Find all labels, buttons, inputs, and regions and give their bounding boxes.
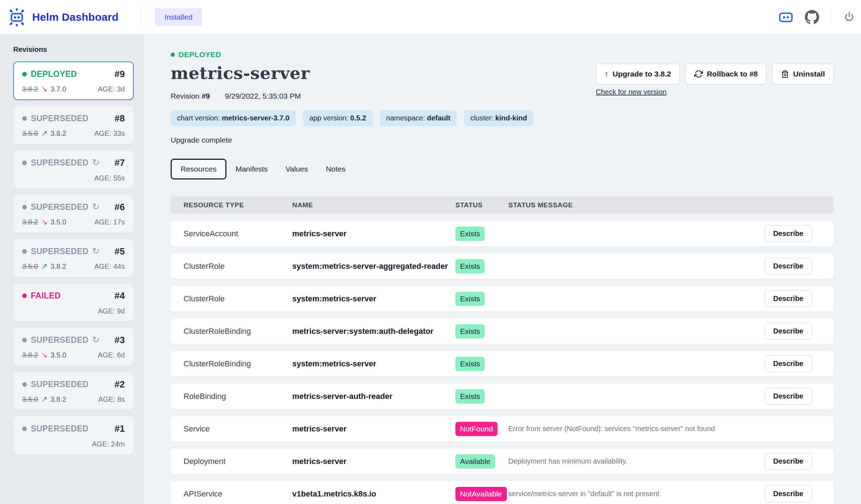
downgrade-arrow-icon: ↘ — [41, 84, 47, 94]
new-version: 3.8.2 — [50, 395, 66, 404]
tab-resources[interactable]: Resources — [171, 159, 226, 179]
revision-number: #1 — [114, 423, 125, 434]
resource-type-cell: APIService — [184, 489, 292, 499]
status-dot-icon — [22, 249, 27, 254]
github-icon[interactable] — [805, 10, 819, 24]
upgrade-button[interactable]: ↑ Upgrade to 3.8.2 — [596, 64, 680, 84]
tab-installed[interactable]: Installed — [155, 8, 202, 26]
check-new-version-link[interactable]: Check for new version — [596, 88, 667, 96]
rollback-button[interactable]: Rollback to #8 — [686, 64, 766, 84]
describe-button[interactable]: Describe — [765, 258, 812, 275]
describe-button[interactable]: Describe — [765, 388, 812, 405]
revision-age: AGE: 24m — [92, 440, 125, 448]
status-dot-icon — [22, 426, 27, 431]
revision-status: FAILED — [22, 291, 61, 301]
status-dot-icon — [22, 205, 27, 209]
status-badge: Exists — [455, 357, 485, 371]
version-change: 3.8.2↘3.5.0 — [22, 350, 66, 360]
table-row: APIServicev1beta1.metrics.k8s.ioNotAvail… — [171, 481, 833, 504]
release-badge: namespace:default — [380, 110, 457, 126]
old-version: 3.5.0 — [22, 129, 38, 138]
new-version: 3.7.0 — [50, 85, 66, 93]
describe-button[interactable]: Describe — [765, 225, 812, 242]
version-change: 3.5.0↗3.8.2 — [22, 129, 66, 138]
status-cell: Available — [455, 454, 508, 469]
tab-values[interactable]: Values — [277, 160, 317, 178]
tab-notes[interactable]: Notes — [317, 160, 354, 178]
trash-icon — [781, 70, 789, 78]
revision-status: SUPERSEDED↻ — [22, 158, 100, 168]
revision-card[interactable]: DEPLOYED#93.8.2↘3.7.0AGE: 3d — [13, 61, 134, 100]
robot-icon[interactable] — [779, 11, 793, 23]
status-dot-icon — [22, 116, 27, 121]
uninstall-button[interactable]: Uninstall — [772, 64, 833, 84]
status-cell: Exists — [455, 324, 508, 339]
status-dot-icon — [22, 338, 27, 342]
table-row: ServiceAccountmetrics-serverExistsDescri… — [171, 221, 833, 246]
new-version: 3.5.0 — [50, 351, 66, 359]
describe-button[interactable]: Describe — [765, 323, 812, 340]
revision-age: AGE: 3d — [98, 85, 125, 93]
revision-number: #3 — [114, 335, 125, 346]
revision-card-bottom: AGE: 55s — [22, 174, 125, 182]
resource-name-cell: v1beta1.metrics.k8s.io — [292, 489, 455, 499]
tabs: ResourcesManifestsValuesNotes — [171, 159, 833, 179]
revision-status: SUPERSEDED↻ — [22, 247, 100, 256]
badge-value: metrics-server-3.7.0 — [222, 114, 289, 122]
column-header-name: NAME — [292, 201, 455, 209]
downgrade-arrow-icon: ↘ — [41, 217, 47, 227]
reconfigure-icon: ↻ — [92, 202, 99, 212]
revision-card[interactable]: SUPERSEDED#83.5.0↗3.8.2AGE: 33s — [13, 106, 134, 144]
status-dot-icon — [22, 160, 27, 165]
status-dot-icon — [22, 382, 27, 387]
version-change: 3.5.0↗3.8.2 — [22, 395, 66, 404]
revision-card[interactable]: SUPERSEDED↻#7AGE: 55s — [13, 150, 134, 189]
revision-card-bottom: 3.5.0↗3.8.2AGE: 44s — [22, 262, 125, 271]
revision-status-label: FAILED — [31, 291, 61, 301]
revision-card[interactable]: SUPERSEDED↻#33.8.2↘3.5.0AGE: 6d — [13, 327, 134, 366]
version-change: 3.8.2↘3.7.0 — [22, 84, 66, 94]
revision-number: #4 — [114, 290, 125, 301]
up-arrow-icon: ↑ — [605, 69, 609, 79]
row-actions-cell: Describe — [765, 485, 812, 502]
describe-button[interactable]: Describe — [765, 355, 812, 372]
revision-status: SUPERSEDED↻ — [22, 335, 100, 345]
revision-age: AGE: 9d — [98, 307, 125, 315]
table-header: RESOURCE TYPENAMESTATUSSTATUS MESSAGE — [171, 197, 833, 213]
revision-card[interactable]: SUPERSEDED#23.5.0↗3.8.2AGE: 8s — [13, 372, 134, 410]
revision-card[interactable]: FAILED#4AGE: 9d — [13, 283, 134, 322]
resource-name-cell: system:metrics-server — [292, 294, 455, 303]
revision-card-top: SUPERSEDED#1 — [22, 423, 125, 434]
status-cell: NotFound — [455, 422, 508, 436]
brand: Helm Dashboard — [8, 8, 141, 26]
describe-button[interactable]: Describe — [765, 453, 812, 470]
new-version: 3.5.0 — [50, 218, 66, 226]
revision-age: AGE: 55s — [94, 174, 125, 182]
row-actions-cell: Describe — [765, 453, 812, 470]
release-date: 9/29/2022, 5:35:03 PM — [225, 92, 301, 100]
status-cell: Exists — [455, 292, 508, 306]
row-actions-cell: Describe — [765, 355, 812, 372]
revision-card[interactable]: SUPERSEDED↻#53.5.0↗3.8.2AGE: 44s — [13, 239, 134, 277]
revision-card[interactable]: SUPERSEDED↻#63.8.2↘3.5.0AGE: 17s — [13, 194, 134, 233]
describe-button[interactable]: Describe — [765, 290, 812, 307]
resource-type-cell: ClusterRole — [184, 294, 292, 303]
revision-status: SUPERSEDED — [22, 380, 88, 389]
table-row: Deploymentmetrics-serverAvailableDeploym… — [171, 449, 833, 474]
resource-type-cell: ClusterRoleBinding — [184, 327, 292, 336]
revision-card-bottom: AGE: 24m — [22, 440, 125, 448]
revision-card[interactable]: SUPERSEDED#1AGE: 24m — [13, 416, 134, 455]
power-icon[interactable] — [843, 11, 855, 23]
status-badge: Exists — [455, 259, 485, 273]
revision-age: AGE: 6d — [98, 351, 125, 359]
status-badge: NotAvailable — [455, 487, 507, 501]
revision-status-label: SUPERSEDED — [31, 202, 88, 212]
row-actions-cell: Describe — [765, 258, 812, 275]
revisions-sidebar: Revisions DEPLOYED#93.8.2↘3.7.0AGE: 3dSU… — [0, 35, 143, 504]
tab-manifests[interactable]: Manifests — [226, 160, 277, 178]
action-buttons-row: ↑ Upgrade to 3.8.2 Rollback to #8 — [596, 64, 833, 84]
describe-button[interactable]: Describe — [765, 485, 812, 502]
downgrade-arrow-icon: ↘ — [41, 350, 47, 360]
revision-status: DEPLOYED — [22, 69, 77, 79]
table-row: ClusterRolesystem:metrics-server-aggrega… — [171, 253, 833, 279]
